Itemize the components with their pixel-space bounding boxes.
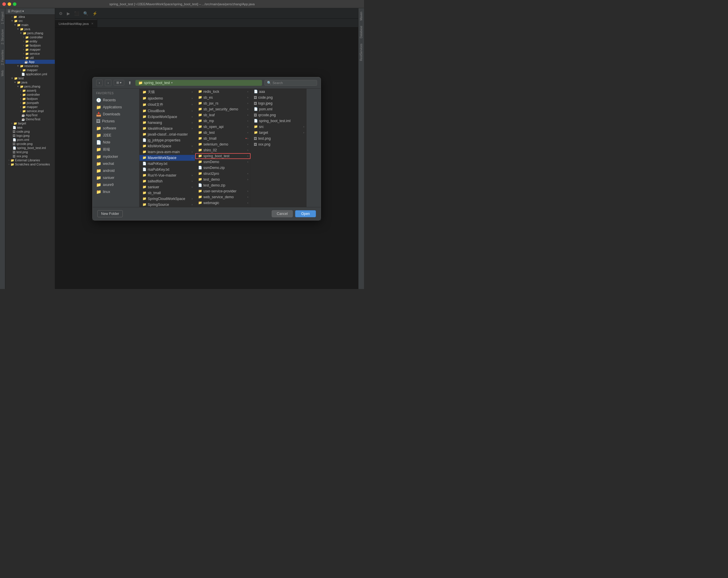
tree-item[interactable]: ›📁 Scratches and Consoles xyxy=(5,162,55,166)
file-entry[interactable]: 📁sb_leaf› xyxy=(195,112,251,118)
favorites-item[interactable]: 📄Note xyxy=(93,139,139,146)
favorites-item[interactable]: 📁wechat xyxy=(93,160,139,167)
tree-item[interactable]: ›📁 controller xyxy=(5,92,55,97)
minimize-button[interactable] xyxy=(8,2,11,6)
tree-item[interactable]: ›📁 service.impl xyxy=(5,109,55,113)
tree-item[interactable]: ›📁 fastjson xyxy=(5,43,55,48)
file-entry[interactable]: 📁test_demo› xyxy=(195,176,251,183)
favorites-tab[interactable]: 2: Favorites xyxy=(0,48,5,67)
tree-item[interactable]: 🖼 xxx.png xyxy=(5,154,55,158)
file-entry[interactable]: 📄rsaPriKey.txt xyxy=(139,161,195,167)
favorites-item[interactable]: 📁mydocker xyxy=(93,153,139,160)
file-entry[interactable]: 📁sb_test› xyxy=(195,130,251,136)
tree-item[interactable]: ▾📁 test xyxy=(5,76,55,80)
file-entry[interactable]: 📁天猫› xyxy=(139,89,195,95)
favorites-item[interactable]: 📥Downloads xyxy=(93,111,139,118)
file-entry[interactable]: 📁webmagic› xyxy=(195,200,251,206)
file-entry[interactable]: 🖼test.png xyxy=(251,136,307,141)
favorites-item[interactable]: 📁J2EE xyxy=(93,132,139,139)
file-entry[interactable]: 📁RuoYi-Vue-master› xyxy=(139,172,195,178)
tree-item[interactable]: ▾📁 src xyxy=(5,19,55,23)
file-entry[interactable]: 📁saniuer› xyxy=(139,184,195,190)
file-entry[interactable]: 📁sb_open_api› xyxy=(195,124,251,130)
maven-tab[interactable]: Maven xyxy=(359,9,363,23)
favorites-item[interactable]: 📁android xyxy=(93,167,139,174)
tree-item[interactable]: 📄 pom.xml xyxy=(5,138,55,142)
file-entry[interactable]: 📄spring_boot_test.iml xyxy=(251,118,307,124)
file-entry[interactable]: 📁hanwang› xyxy=(139,120,195,126)
favorites-item[interactable]: 📁前端 xyxy=(93,146,139,153)
nav-back-button[interactable]: ‹ xyxy=(96,80,103,86)
tree-item[interactable]: ›📁 mapper xyxy=(5,48,55,52)
tree-item[interactable]: 🖼 code.png xyxy=(5,130,55,134)
search-input[interactable] xyxy=(272,81,314,85)
file-entry[interactable]: 📁user-service-provider› xyxy=(195,188,251,194)
file-entry[interactable]: 📁java8-classf...orial-master xyxy=(139,132,195,137)
favorites-item[interactable]: 📁Applications xyxy=(93,104,139,111)
structure-tab[interactable]: 2: Structure xyxy=(0,27,5,47)
favorites-item[interactable]: 🕐Recents xyxy=(93,97,139,104)
web-tab[interactable]: Web xyxy=(0,68,5,79)
location-bar[interactable]: 📁 spring_boot_test ▾ xyxy=(135,80,262,86)
tree-item[interactable]: ☕ DemoTest xyxy=(5,117,55,121)
file-entry[interactable]: 📁spring_boot_test› xyxy=(195,153,251,159)
tree-item[interactable]: ›📁 jsonpath xyxy=(5,101,55,105)
tree-item[interactable]: ›📁 util xyxy=(5,56,55,60)
file-entry[interactable]: 📁learn-java-asm-main› xyxy=(139,149,195,155)
file-entry[interactable]: 📄test_demo.zip xyxy=(195,183,251,188)
tree-item[interactable]: ▾📁 main xyxy=(5,23,55,27)
file-entry[interactable]: 📁SpringSource› xyxy=(139,202,195,207)
file-entry[interactable]: 📄rsaPubKey.txt xyxy=(139,167,195,172)
parent-folder-button[interactable]: ⬆ xyxy=(127,80,133,86)
tree-item[interactable]: ›📁 service xyxy=(5,52,55,56)
file-entry[interactable]: 📁cloud文件› xyxy=(139,101,195,108)
tree-item[interactable]: 🖼 qrcode.png xyxy=(5,142,55,146)
project-tab[interactable]: 1: Project xyxy=(0,9,5,26)
file-entry[interactable]: 📁EclipseWorkSpace› xyxy=(139,114,195,120)
tree-item[interactable]: ▾📁 java xyxy=(5,27,55,31)
favorites-item[interactable]: 🖼Pictures xyxy=(93,118,139,125)
file-entry[interactable]: 📁selenium_demo› xyxy=(195,141,251,147)
view-toggle-button[interactable]: ⊞ ▾ xyxy=(114,80,124,85)
tree-item[interactable]: ▾📁 java xyxy=(5,80,55,84)
cancel-button[interactable]: Cancel xyxy=(272,210,292,217)
file-entry[interactable]: 📁sb_es› xyxy=(195,94,251,101)
tree-item[interactable]: ›📁 fastjson xyxy=(5,97,55,101)
nav-forward-button[interactable]: › xyxy=(105,80,111,86)
tree-item[interactable]: ›📁 controller xyxy=(5,35,55,39)
close-button[interactable] xyxy=(2,2,6,6)
tree-item[interactable]: ›📁 assertj xyxy=(5,88,55,92)
favorites-item[interactable]: 📁linux xyxy=(93,188,139,195)
file-entry[interactable]: 📁SpringCloudWorkSpace› xyxy=(139,196,195,202)
maximize-button[interactable] xyxy=(13,2,17,6)
tree-item[interactable]: ▾📁 resources xyxy=(5,64,55,68)
tree-item[interactable]: 🖼 logo.jpeg xyxy=(5,134,55,138)
file-entry[interactable]: 📁src› xyxy=(251,124,307,130)
file-entry[interactable]: 📁ssmDemo› xyxy=(195,159,251,165)
file-entry[interactable]: 📁sb_mp› xyxy=(195,118,251,124)
new-folder-button[interactable]: New Folder xyxy=(97,210,123,217)
tree-item[interactable]: ›📁 mapper xyxy=(5,105,55,109)
file-entry[interactable]: 📁saltedfish› xyxy=(139,178,195,184)
rest-services-tab[interactable]: RestServices xyxy=(359,41,363,63)
tree-item[interactable]: ☕ AppTest xyxy=(5,113,55,117)
file-entry[interactable]: 📁redis_lock› xyxy=(195,89,251,94)
file-entry[interactable]: 📁IdeaWrokSpace› xyxy=(139,126,195,132)
tree-item[interactable]: ›📁 target xyxy=(5,121,55,125)
favorites-item[interactable]: 📁axure9 xyxy=(93,181,139,188)
favorites-item[interactable]: 📁software xyxy=(93,125,139,132)
file-entry[interactable]: 📁shiro_02› xyxy=(195,147,251,153)
file-entry[interactable]: 📁target› xyxy=(251,130,307,136)
open-button[interactable]: Open xyxy=(295,210,316,217)
tree-item[interactable]: ☕ App xyxy=(5,60,55,64)
tree-item[interactable]: ›📁 External Libraries xyxy=(5,158,55,162)
file-entry[interactable]: 📁web_service_demo› xyxy=(195,194,251,200)
tree-item[interactable]: ›📁 .idea xyxy=(5,15,55,19)
file-entry[interactable]: 📁sb_jwt_security_demo› xyxy=(195,106,251,112)
file-entry[interactable]: 📁sb_tmall xyxy=(139,190,195,196)
file-entry[interactable]: 🖼qrcode.png xyxy=(251,112,307,118)
favorites-item[interactable]: 📁saniuer xyxy=(93,174,139,181)
tree-item[interactable]: ▾📁 pers.zhang xyxy=(5,84,55,88)
tree-item[interactable]: 📄 application.yml xyxy=(5,72,55,76)
file-entry[interactable]: 📁sb_tmall●› xyxy=(195,136,251,141)
